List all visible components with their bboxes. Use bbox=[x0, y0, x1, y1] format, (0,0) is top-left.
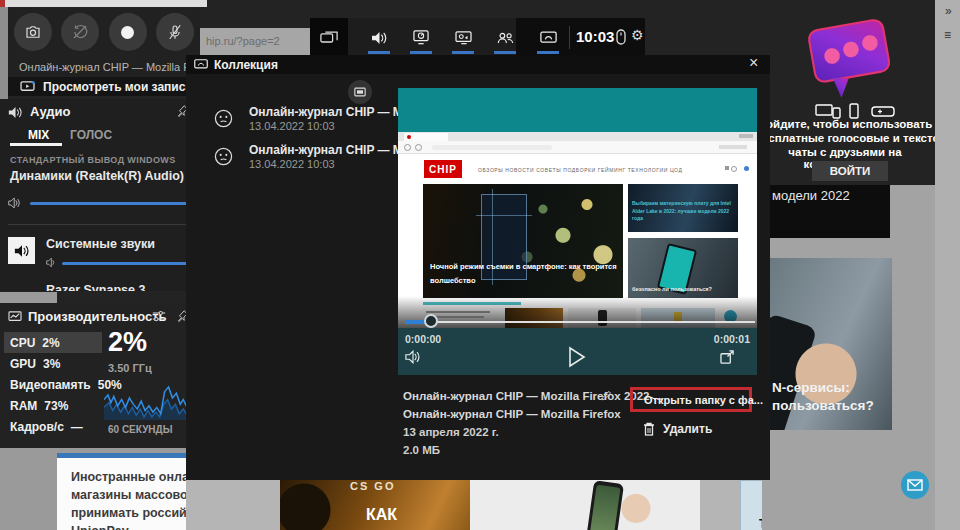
promo-line2: бесплатные голосовые и текстовые bbox=[755, 132, 935, 144]
collection-title: Коллекция bbox=[214, 58, 278, 72]
active-underline bbox=[537, 51, 559, 54]
chat-logo bbox=[795, 6, 905, 106]
browser-url-fragment: hip.ru/?page=2 bbox=[200, 28, 312, 56]
devices-pc-icon bbox=[815, 104, 841, 119]
audio-widget-button[interactable] bbox=[358, 18, 400, 57]
performance-bar-icon bbox=[413, 30, 429, 45]
preview-nav: ОБЗОРЫ НОВОСТИ СОВЕТЫ ПОДБОРКИ ГЕЙМИНГ Т… bbox=[478, 167, 682, 173]
open-folder-button[interactable]: Открыть папку с фа... bbox=[630, 387, 752, 412]
metric-row-ram[interactable]: RAM73% bbox=[4, 395, 102, 416]
collection-panel: Коллекция × Онлайн-журнал CHIP — Mo... 1… bbox=[186, 55, 770, 480]
metric-row-vram[interactable]: Видеопамять50% bbox=[4, 374, 102, 395]
hero-article-image: Ночной режим съемки в смартфоне: как тво… bbox=[423, 184, 623, 298]
metric-row-cpu[interactable]: CPU2% bbox=[4, 332, 102, 353]
article-line: UnionPay bbox=[71, 524, 129, 530]
open-folder-label: Открыть папку с фа... bbox=[644, 394, 763, 406]
game-bar-overlay: hip.ru/?page=2 Иностранные онлайн магази… bbox=[0, 0, 960, 530]
gallery-bar-icon bbox=[540, 31, 557, 45]
thumbnail-view-icon bbox=[354, 87, 366, 97]
widgets-icon bbox=[320, 30, 338, 45]
video-preview[interactable]: CHIP ОБЗОРЫ НОВОСТИ СОВЕТЫ ПОДБОРКИ ГЕЙМ… bbox=[398, 88, 757, 328]
system-sounds-slider[interactable] bbox=[62, 262, 190, 265]
bar-right-section: 10:03 ⚙ bbox=[516, 18, 646, 57]
vpn-line1: N-сервисы: bbox=[772, 380, 850, 395]
performance-title: Производительность bbox=[28, 309, 167, 324]
menu-glyph[interactable]: ≡ bbox=[944, 28, 951, 42]
record-last-button[interactable] bbox=[61, 13, 99, 51]
metrics-list: CPU2% GPU3% Видеопамять50% RAM73% Кадров… bbox=[4, 332, 102, 437]
vpn-card: N-сервисы: пользоваться? bbox=[768, 258, 892, 430]
widget-menu-button[interactable] bbox=[310, 18, 348, 57]
envelope-icon bbox=[907, 479, 923, 491]
clip-source: Онлайн-журнал CHIP — Mozilla Firefox bbox=[403, 408, 621, 420]
play-button[interactable] bbox=[568, 346, 586, 368]
delete-button[interactable]: Удалить bbox=[643, 421, 712, 437]
audio-widget: Аудио MIX ГОЛОС СТАНДАРТНЫЙ ВЫВОД WINDOW… bbox=[0, 99, 197, 291]
tab-mix[interactable]: MIX bbox=[28, 128, 49, 142]
people-icon bbox=[497, 31, 514, 45]
player-volume-icon[interactable] bbox=[405, 350, 421, 364]
clip-placeholder-icon bbox=[214, 109, 233, 128]
gear-icon[interactable]: ⚙ bbox=[631, 27, 644, 43]
view-recordings-bar[interactable]: Просмотреть мои записи bbox=[8, 77, 200, 96]
mouse-icon[interactable] bbox=[616, 29, 626, 45]
tune-icon[interactable] bbox=[152, 310, 166, 323]
performance-widget-button[interactable] bbox=[400, 18, 442, 57]
rename-pencil-icon[interactable] bbox=[600, 389, 613, 402]
nav-icon bbox=[725, 166, 729, 170]
clip-date: 13.04.2022 10:03 bbox=[249, 158, 335, 170]
record-button[interactable] bbox=[109, 13, 147, 51]
close-glyph[interactable]: » bbox=[945, 4, 952, 18]
mic-toggle-button[interactable] bbox=[156, 13, 194, 51]
signin-button[interactable]: ВОЙТИ bbox=[812, 161, 888, 181]
preview-tab-strip bbox=[398, 132, 757, 141]
audio-title: Аудио bbox=[30, 104, 70, 119]
article-line: принимать российские карты bbox=[71, 506, 186, 520]
tab-mix-underline bbox=[10, 143, 62, 146]
clip-filename: Онлайн-журнал CHIP — Mozilla Firefox 202… bbox=[403, 390, 663, 402]
active-underline bbox=[494, 51, 516, 54]
metric-row-gpu[interactable]: GPU3% bbox=[4, 353, 102, 374]
capture-widget-button[interactable] bbox=[442, 18, 484, 57]
screenshot-button[interactable] bbox=[14, 13, 52, 51]
delete-label: Удалить bbox=[663, 422, 712, 436]
seek-track[interactable] bbox=[405, 321, 755, 323]
clip-list-item[interactable]: Онлайн-журнал CHIP — Mo... 13.04.2022 10… bbox=[208, 141, 398, 175]
hero-headline-line2: волшебство bbox=[430, 276, 475, 285]
gallery-widget-button[interactable] bbox=[530, 18, 566, 57]
csgo-soldier-silhouette bbox=[280, 480, 360, 530]
preview-toolbar bbox=[398, 141, 757, 154]
audio-bar-icon bbox=[371, 31, 388, 45]
output-volume-slider[interactable] bbox=[30, 202, 192, 205]
record-last-icon bbox=[71, 23, 89, 41]
preview-teal-band bbox=[398, 88, 757, 132]
view-toggle-button[interactable] bbox=[348, 80, 372, 104]
seek-knob[interactable] bbox=[424, 314, 438, 328]
email-fab[interactable] bbox=[901, 471, 929, 499]
trash-icon bbox=[643, 422, 655, 436]
clip-list-item[interactable]: Онлайн-журнал CHIP — Mo... 13.04.2022 10… bbox=[208, 103, 398, 137]
volume-small-icon bbox=[46, 257, 58, 268]
output-section-label: СТАНДАРТНЫЙ ВЫВОД WINDOWS bbox=[10, 155, 176, 165]
recordings-icon bbox=[20, 81, 35, 93]
system-sounds-app-icon bbox=[8, 237, 35, 264]
active-underline bbox=[368, 51, 390, 54]
page-top-strip bbox=[0, 0, 207, 7]
performance-widget: Производительность CPU2% GPU3% Видеопамя… bbox=[0, 303, 197, 448]
hero-headline-line1: Ночной режим съемки в смартфоне: как тво… bbox=[430, 262, 617, 271]
promo-line1: Войдите, чтобы использовать bbox=[755, 118, 935, 130]
time-window-label: 60 СЕКУНДЫ bbox=[108, 424, 173, 435]
metric-row-fps[interactable]: Кадров/с— bbox=[4, 416, 102, 437]
speaker-glyph-icon bbox=[14, 244, 30, 258]
nav-icon bbox=[731, 166, 737, 172]
clip-title: Онлайн-журнал CHIP — Mo... bbox=[249, 105, 420, 119]
article-card: Иностранные онлайн магазины массово пере… bbox=[57, 458, 186, 530]
side-article-card-1: Выбираем материнскую плату для Intel Ald… bbox=[628, 184, 738, 232]
tab-voice[interactable]: ГОЛОС bbox=[70, 128, 112, 142]
page-gap-strip bbox=[0, 292, 57, 303]
open-external-icon[interactable] bbox=[720, 350, 735, 364]
csgo-caption: КАК bbox=[366, 506, 397, 524]
selected-metric-freq: 3.50 ГГц bbox=[108, 362, 152, 374]
hand bbox=[620, 494, 660, 530]
close-icon[interactable]: × bbox=[749, 54, 758, 72]
